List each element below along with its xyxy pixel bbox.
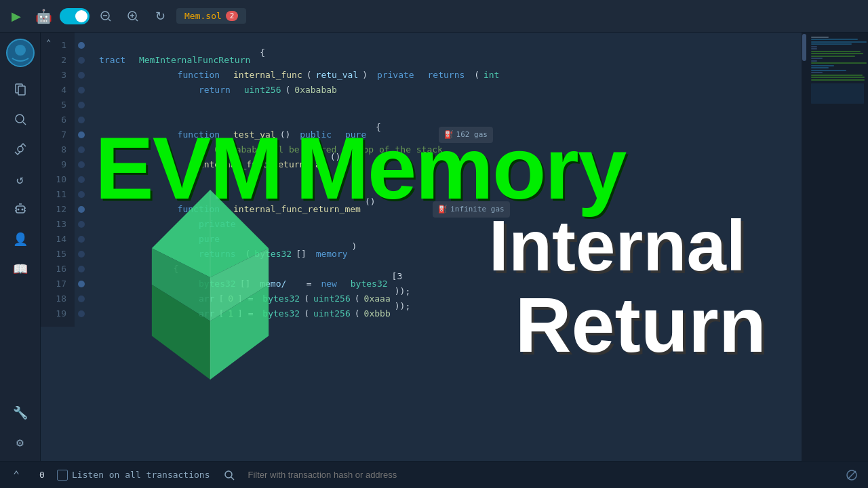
breakpoint-dot [78, 102, 85, 108]
wrench-icon: 🔧 [13, 405, 28, 420]
gas-value-12: infinite gas [450, 202, 504, 217]
svg-line-12 [23, 122, 26, 125]
file-name: Mem.sol [184, 11, 222, 21]
code-line-8: // 0xababab will be stored in top of the… [99, 142, 860, 157]
breakpoint-dot [78, 191, 85, 198]
zoom-out-button[interactable] [95, 5, 117, 27]
ban-icon [846, 469, 858, 481]
breakpoint-dot [78, 310, 85, 317]
zoom-in-icon [127, 10, 139, 22]
git-icon [14, 142, 27, 156]
svg-rect-10 [18, 86, 25, 95]
editor-area: ⌃ 1 2 3 4 5 6 7 8 9 10 11 12 13 14 15 16 [41, 33, 868, 461]
listen-checkbox[interactable] [57, 470, 68, 481]
listen-label: Listen on all transactions [72, 470, 210, 480]
breakpoint-dot [78, 236, 85, 243]
breakpoint-dot [78, 251, 85, 258]
code-line-15: returns (bytes32[] memory) [99, 247, 860, 262]
code-line-9: internal_func_return_val() [99, 157, 860, 172]
debug-icon [14, 202, 27, 216]
breakpoint-dot [78, 206, 85, 213]
code-line-19: arr[1] = bytes32(uint256(0xbbb)); [99, 306, 860, 321]
sidebar: ↺ 👤 📖 🔧 ⚙ [0, 33, 41, 461]
breakpoint-dot [78, 42, 85, 49]
code-line-6 [99, 113, 860, 127]
filter-input[interactable] [248, 470, 833, 480]
svg-point-23 [225, 471, 232, 478]
main-content: ↺ 👤 📖 🔧 ⚙ ⌃ [0, 33, 868, 461]
sidebar-item-refresh[interactable]: ↺ [7, 165, 34, 192]
filter-clear-button[interactable] [841, 464, 863, 486]
breakpoint-dot [78, 146, 85, 153]
code-line-2: tract MemInternalFuncReturn { [99, 53, 860, 68]
code-line-12: function internal_func_return_mem() ⛽ in… [99, 202, 860, 217]
code-line-1 [99, 38, 860, 53]
gas-badge-7: ⛽ 162 gas [439, 127, 493, 143]
breakpoint-dot [78, 117, 85, 123]
code-line-10: } [99, 172, 860, 187]
user-icon: 👤 [13, 232, 28, 246]
minimap [807, 33, 868, 461]
breakpoint-dot [78, 281, 85, 287]
chevron-up-icon: ⌃ [13, 468, 20, 481]
chevron-up-icon: ⌃ [46, 38, 51, 47]
search-icon-status [224, 470, 235, 481]
code-editor[interactable]: 1 2 3 4 5 6 7 8 9 10 11 12 13 14 15 16 1… [41, 33, 868, 461]
toggle-switch[interactable] [60, 8, 90, 24]
svg-line-24 [231, 477, 234, 480]
sidebar-item-debug[interactable] [7, 195, 34, 222]
breakpoint-dot [78, 176, 85, 183]
line-numbers: 1 2 3 4 5 6 7 8 9 10 11 12 13 14 15 16 1… [41, 33, 75, 327]
breakpoint-dot [78, 57, 85, 64]
breakpoint-dot [78, 87, 85, 94]
toolbar: ▶ 🤖 ↻ Mem.sol 2 [0, 0, 868, 33]
code-line-5 [99, 98, 860, 113]
code-line-13: private [99, 217, 860, 232]
sidebar-item-files[interactable] [7, 76, 34, 103]
sidebar-item-profile[interactable]: 👤 [7, 225, 34, 252]
code-line-7: function test_val() public pure { ⛽ 162 … [99, 127, 860, 142]
code-line-3: function internal_func(retu_val) private… [99, 68, 860, 83]
fuel-icon-12: ⛽ [438, 202, 448, 217]
code-line-14: pure [99, 232, 860, 247]
breakpoint-dot [78, 221, 85, 228]
svg-point-8 [15, 45, 26, 56]
sidebar-item-tools[interactable]: 🔧 [7, 399, 34, 426]
sidebar-item-docs[interactable]: 📖 [7, 255, 34, 282]
sidebar-item-settings[interactable]: ⚙ [7, 428, 34, 455]
breakpoint-dot [78, 72, 85, 79]
breakpoint-dot [78, 296, 85, 302]
chevron-up-button[interactable]: ⌃ [5, 464, 27, 486]
code-line-18: arr[0] = bytes32(uint256(0xaaa)); [99, 291, 860, 306]
transaction-count: 0 [35, 470, 49, 480]
code-line-17: bytes32[] memo/ = new bytes32[3 [99, 277, 860, 291]
gas-badge-12: ⛽ infinite gas [433, 201, 509, 218]
scrollbar-thumb[interactable] [802, 34, 806, 61]
filter-input-area[interactable] [248, 470, 833, 480]
code-line-11 [99, 187, 860, 202]
zoom-in-button[interactable] [122, 5, 144, 27]
breakpoint-dot [78, 131, 85, 138]
breakpoint-column [75, 33, 91, 461]
robot-icon: 🤖 [35, 8, 52, 24]
breakpoint-dot [78, 161, 85, 168]
search-filter-button[interactable] [218, 464, 240, 486]
status-bar: ⌃ 0 Listen on all transactions [0, 461, 868, 488]
svg-point-13 [18, 146, 23, 152]
collapse-button[interactable]: ⌃ [46, 38, 51, 47]
svg-point-11 [16, 115, 24, 123]
sidebar-item-git[interactable] [7, 136, 34, 163]
sidebar-item-search[interactable] [7, 106, 34, 133]
svg-line-6 [136, 19, 138, 21]
svg-point-16 [21, 209, 23, 211]
svg-line-2 [108, 19, 111, 21]
play-button[interactable]: ▶ [5, 5, 27, 27]
listen-checkbox-area[interactable]: Listen on all transactions [57, 470, 210, 481]
files-icon [14, 83, 27, 96]
search-icon [14, 113, 27, 126]
svg-point-15 [17, 209, 19, 211]
file-tab[interactable]: Mem.sol 2 [176, 8, 246, 24]
book-icon: 📖 [13, 262, 28, 276]
refresh-button[interactable]: ↻ [149, 5, 171, 27]
robot-button[interactable]: 🤖 [33, 5, 54, 27]
